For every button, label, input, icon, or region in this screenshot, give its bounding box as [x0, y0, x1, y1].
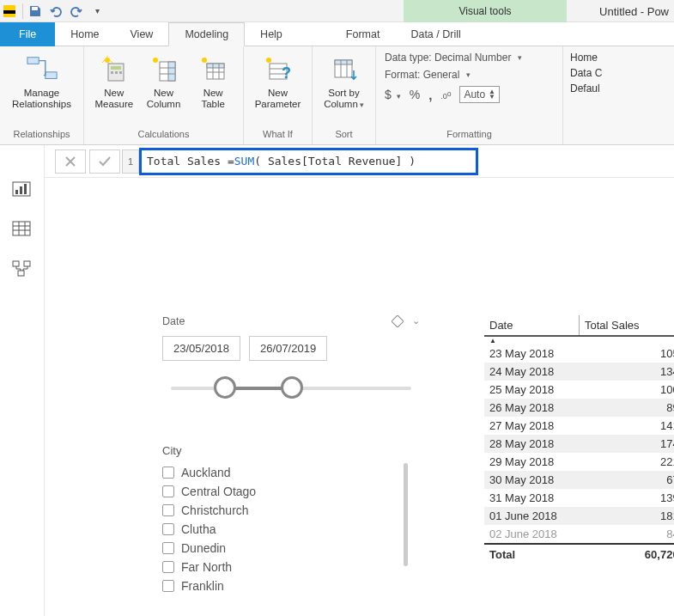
- table-row[interactable]: 01 June 2018181,985.40: [484, 507, 674, 525]
- new-measure-label: New Measure: [94, 88, 133, 110]
- tab-file[interactable]: File: [0, 22, 55, 46]
- date-from-input[interactable]: 23/05/2018: [162, 336, 240, 361]
- separator: [22, 3, 23, 19]
- new-table-button[interactable]: New Table: [190, 52, 236, 110]
- undo-button[interactable]: [46, 2, 66, 21]
- cell-value: 105,015.80: [579, 345, 674, 363]
- format-dropdown[interactable]: Format: General▾: [385, 69, 554, 81]
- footer-label: Total: [484, 545, 579, 564]
- checkbox-icon[interactable]: [162, 561, 174, 573]
- decimal-button[interactable]: .00: [440, 88, 451, 101]
- tab-data-drill[interactable]: Data / Drill: [395, 22, 476, 46]
- city-label: Central Otago: [181, 485, 256, 498]
- city-slicer[interactable]: City AucklandCentral OtagoChristchurchCl…: [162, 444, 403, 593]
- report-canvas[interactable]: Date ⌄ 23/05/2018 26/07/2019: [89, 178, 674, 616]
- cell-value: 84 131 90: [579, 525, 674, 543]
- tab-help[interactable]: Help: [245, 22, 298, 46]
- tab-view[interactable]: View: [115, 22, 169, 46]
- table-row[interactable]: 31 May 2018139,440.40: [484, 489, 674, 507]
- tab-modeling[interactable]: Modeling: [168, 22, 245, 46]
- commit-formula-button[interactable]: [89, 149, 120, 174]
- decimal-places-spinner[interactable]: Auto▲▼: [459, 86, 500, 103]
- slider-handle-right[interactable]: [281, 376, 303, 399]
- table-row[interactable]: 29 May 2018221,723.10: [484, 453, 674, 471]
- formula-input[interactable]: Total Sales = SUM ( Sales[Total Revenue]…: [139, 148, 478, 175]
- new-column-label: New Column: [147, 88, 181, 110]
- city-option[interactable]: Central Otago: [162, 485, 403, 498]
- group-label: Formatting: [376, 129, 562, 144]
- new-parameter-icon: ?: [262, 53, 294, 86]
- svg-text:?: ?: [282, 64, 291, 82]
- new-column-button[interactable]: New Column: [141, 52, 187, 110]
- table-row[interactable]: 25 May 2018100,151.60: [484, 381, 674, 399]
- formula-text-1: Total Sales =: [147, 155, 234, 168]
- new-measure-button[interactable]: New Measure: [91, 52, 137, 110]
- table-row[interactable]: 30 May 201867,931.30: [484, 471, 674, 489]
- city-option[interactable]: Dunedin: [162, 541, 403, 555]
- sales-table[interactable]: Date Total Sales 23 May 2018105,015.8024…: [484, 315, 674, 564]
- svg-rect-41: [392, 315, 404, 327]
- clear-filter-icon[interactable]: [392, 315, 404, 327]
- spinner-value: Auto: [464, 88, 485, 101]
- col-header-total[interactable]: Total Sales: [579, 315, 674, 335]
- table-row[interactable]: 26 May 201889,713.00: [484, 399, 674, 417]
- currency-button[interactable]: $ ▾: [385, 88, 401, 101]
- city-scrollbar[interactable]: [404, 463, 408, 566]
- checkbox-icon[interactable]: [162, 542, 174, 554]
- checkbox-icon[interactable]: [162, 467, 174, 479]
- city-option[interactable]: Franklin: [162, 579, 403, 593]
- date-slicer[interactable]: Date ⌄ 23/05/2018 26/07/2019: [162, 315, 420, 402]
- thousands-button[interactable]: ,: [428, 88, 432, 102]
- table-row[interactable]: 28 May 2018174,535.00: [484, 435, 674, 453]
- checkbox-icon[interactable]: [162, 580, 174, 592]
- cell-value: 89,713.00: [579, 399, 674, 417]
- checkbox-icon[interactable]: [162, 504, 174, 516]
- qat-customize-button[interactable]: ▾: [87, 2, 107, 21]
- checkbox-icon[interactable]: [162, 523, 174, 535]
- city-option[interactable]: Far North: [162, 560, 403, 574]
- svg-rect-8: [119, 71, 122, 74]
- city-option[interactable]: Christchurch: [162, 503, 403, 517]
- model-view-button[interactable]: [12, 260, 33, 278]
- data-type-dropdown[interactable]: Data type: Decimal Number▾: [385, 52, 554, 64]
- svg-rect-33: [13, 222, 30, 235]
- formula-bar: 1 Total Sales = SUM ( Sales[Total Revenu…: [45, 145, 674, 178]
- home-table-dropdown[interactable]: Home: [570, 52, 667, 64]
- percent-button[interactable]: %: [410, 88, 420, 101]
- cell-value: 139,440.40: [579, 489, 674, 507]
- report-view-button[interactable]: [12, 181, 33, 198]
- relationships-icon: [26, 53, 58, 86]
- data-type-label: Data type: Decimal Number: [385, 52, 511, 64]
- city-option[interactable]: Clutha: [162, 522, 403, 536]
- data-view-button[interactable]: [12, 221, 33, 238]
- tab-format[interactable]: Format: [331, 22, 396, 46]
- data-category-dropdown[interactable]: Data C: [570, 67, 667, 79]
- save-button[interactable]: [25, 2, 46, 21]
- cell-date: 01 June 2018: [484, 507, 579, 525]
- table-row[interactable]: 27 May 2018141,865.80: [484, 417, 674, 435]
- default-summarization-dropdown[interactable]: Defaul: [570, 82, 667, 95]
- table-row[interactable]: 23 May 2018105,015.80: [484, 345, 674, 363]
- contextual-tab-header: Visual tools: [404, 0, 567, 22]
- redo-button[interactable]: [66, 2, 87, 21]
- group-properties: Home Data C Defaul: [563, 46, 674, 144]
- sort-by-column-button[interactable]: Sort by Column▾: [319, 52, 368, 110]
- svg-rect-39: [24, 261, 30, 266]
- date-to-input[interactable]: 26/07/2019: [249, 336, 327, 361]
- slider-handle-left[interactable]: [214, 376, 236, 399]
- new-parameter-button[interactable]: ? New Parameter: [251, 52, 305, 110]
- city-label: Franklin: [181, 579, 224, 593]
- slicer-dropdown-icon[interactable]: ⌄: [412, 315, 420, 327]
- quick-access-toolbar: ▾ Visual tools Untitled - Pow: [0, 0, 674, 22]
- manage-relationships-button[interactable]: Manage Relationships: [7, 52, 76, 110]
- table-row[interactable]: 24 May 2018134,482.40: [484, 363, 674, 381]
- ribbon: Manage Relationships Relationships New M…: [0, 46, 674, 145]
- checkbox-icon[interactable]: [162, 485, 174, 497]
- date-range-slider[interactable]: [171, 376, 411, 402]
- cancel-formula-button[interactable]: [55, 149, 86, 174]
- col-header-date[interactable]: Date: [484, 315, 579, 335]
- city-option[interactable]: Auckland: [162, 466, 403, 479]
- table-row[interactable]: 02 June 201884 131 90: [484, 525, 674, 543]
- app-logo-icon: [3, 5, 15, 17]
- tab-home[interactable]: Home: [55, 22, 114, 46]
